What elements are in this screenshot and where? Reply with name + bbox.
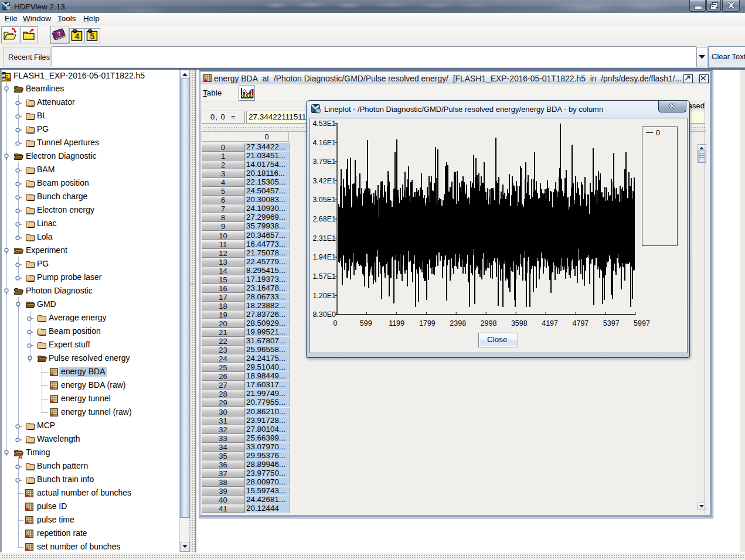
svg-text:1199: 1199 <box>389 319 404 327</box>
svg-text:8.30E0: 8.30E0 <box>312 310 336 319</box>
svg-text:4.53E1: 4.53E1 <box>312 119 336 127</box>
svg-text:5997: 5997 <box>634 319 650 327</box>
svg-text:2398: 2398 <box>450 319 466 327</box>
svg-text:1799: 1799 <box>419 319 435 327</box>
svg-text:3.42E1: 3.42E1 <box>312 176 336 185</box>
svg-text:2998: 2998 <box>480 319 496 327</box>
svg-text:3.05E1: 3.05E1 <box>312 196 336 204</box>
svg-text:4197: 4197 <box>542 319 558 327</box>
svg-text:1.94E1: 1.94E1 <box>312 253 336 261</box>
svg-text:2.31E1: 2.31E1 <box>312 234 336 242</box>
svg-text:4: 4 <box>75 32 80 41</box>
svg-text:5: 5 <box>90 32 95 41</box>
svg-text:1.20E1: 1.20E1 <box>312 291 336 299</box>
svg-text:2.68E1: 2.68E1 <box>312 215 336 223</box>
svg-text:0: 0 <box>333 319 337 327</box>
svg-text:599: 599 <box>359 319 372 327</box>
svg-text:4.16E1: 4.16E1 <box>312 138 336 146</box>
svg-text:3598: 3598 <box>511 319 527 327</box>
svg-text:3.79E1: 3.79E1 <box>312 158 336 166</box>
svg-text:4797: 4797 <box>572 319 588 327</box>
svg-text:1.57E1: 1.57E1 <box>312 272 336 281</box>
svg-text:0: 0 <box>656 128 660 136</box>
svg-text:5397: 5397 <box>603 319 619 327</box>
